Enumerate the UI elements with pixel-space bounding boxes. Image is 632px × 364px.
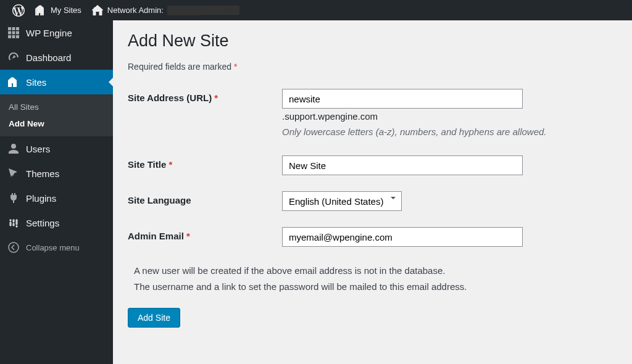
sidebar-item-label: Sites — [26, 77, 46, 88]
site-language-select[interactable]: English (United States) — [282, 191, 402, 211]
sidebar-item-dashboard[interactable]: Dashboard — [0, 45, 113, 70]
required-fields-note: Required fields are marked * — [128, 62, 617, 72]
sidebar-item-label: Settings — [26, 218, 59, 228]
submenu-all-sites[interactable]: All Sites — [0, 99, 113, 115]
sidebar-item-label: Plugins — [26, 193, 56, 204]
users-icon — [7, 143, 20, 155]
sidebar-item-themes[interactable]: Themes — [0, 161, 113, 186]
main-content: Add New Site Required fields are marked … — [113, 20, 632, 364]
sites-icon — [7, 76, 20, 88]
network-admin-label-prefix: Network Admin: — [107, 6, 164, 15]
sidebar-item-label: Dashboard — [26, 52, 71, 63]
svg-rect-1 — [12, 27, 15, 30]
collapse-icon — [7, 241, 20, 254]
email-info-text: A new user will be created if the above … — [128, 263, 617, 294]
site-address-input[interactable] — [282, 89, 523, 109]
my-sites-link[interactable]: My Sites — [30, 0, 86, 20]
sidebar-item-label: Users — [26, 144, 50, 154]
svg-rect-3 — [8, 31, 11, 35]
site-title-input[interactable] — [282, 155, 523, 175]
submenu-add-new[interactable]: Add New — [0, 115, 113, 132]
svg-rect-8 — [16, 35, 19, 38]
collapse-menu[interactable]: Collapse menu — [0, 235, 113, 260]
wpengine-icon — [7, 27, 20, 39]
field-site-language: Site Language English (United States) — [128, 191, 617, 211]
sidebar-item-users[interactable]: Users — [0, 136, 113, 161]
plugins-icon — [7, 192, 20, 204]
site-address-suffix: .support.wpengine.com — [282, 111, 378, 122]
svg-rect-7 — [12, 35, 15, 38]
admin-email-label: Admin Email * — [128, 227, 282, 241]
add-site-button[interactable]: Add Site — [128, 308, 180, 328]
svg-rect-5 — [16, 31, 19, 35]
svg-rect-4 — [12, 31, 15, 35]
site-title-label: Site Title * — [128, 155, 282, 170]
site-address-label: Site Address (URL) * — [128, 89, 282, 103]
required-asterisk: * — [234, 62, 237, 72]
sites-submenu: All Sites Add New — [0, 94, 113, 136]
site-address-help: Only lowercase letters (a-z), numbers, a… — [282, 126, 617, 137]
my-sites-label: My Sites — [51, 6, 81, 15]
sidebar-item-settings[interactable]: Settings — [0, 210, 113, 235]
field-site-title: Site Title * — [128, 155, 617, 175]
admin-sidebar: WP Engine Dashboard Sites All Sites Add … — [0, 20, 113, 364]
field-site-address: Site Address (URL) * .support.wpengine.c… — [128, 89, 617, 137]
sidebar-item-wpengine[interactable]: WP Engine — [0, 20, 113, 45]
svg-rect-6 — [8, 35, 11, 38]
svg-rect-2 — [16, 27, 19, 30]
network-admin-site-name: ██████ Blog Sites — [167, 6, 239, 15]
themes-icon — [7, 167, 20, 180]
sidebar-item-label: Themes — [26, 168, 59, 179]
sidebar-item-sites[interactable]: Sites — [0, 70, 113, 94]
page-title: Add New Site — [128, 31, 617, 51]
admin-email-input[interactable] — [282, 227, 523, 247]
wp-logo-icon[interactable] — [7, 0, 30, 20]
sidebar-item-label: WP Engine — [26, 28, 72, 38]
sidebar-item-plugins[interactable]: Plugins — [0, 186, 113, 210]
dashboard-icon — [7, 51, 20, 64]
admin-bar: My Sites Network Admin: ██████ Blog Site… — [0, 0, 632, 20]
site-language-label: Site Language — [128, 191, 282, 205]
field-admin-email: Admin Email * — [128, 227, 617, 247]
svg-point-9 — [9, 242, 19, 252]
network-admin-link[interactable]: Network Admin: ██████ Blog Sites — [86, 0, 244, 20]
settings-icon — [7, 217, 20, 229]
svg-rect-0 — [8, 27, 11, 30]
collapse-label: Collapse menu — [26, 243, 80, 252]
